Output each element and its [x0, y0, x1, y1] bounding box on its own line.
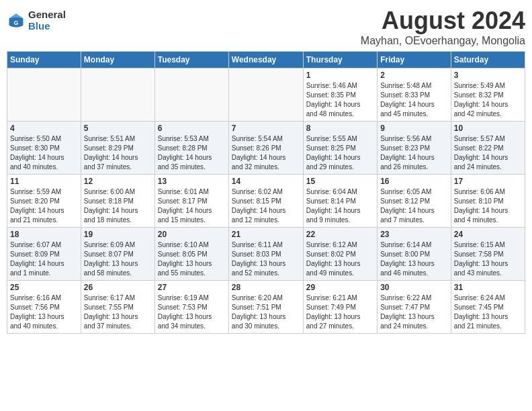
calendar-cell: 15Sunrise: 6:04 AM Sunset: 8:14 PM Dayli…	[303, 175, 377, 228]
day-number: 19	[84, 230, 152, 239]
day-info: Sunrise: 5:57 AM Sunset: 8:22 PM Dayligh…	[454, 134, 522, 172]
day-number: 4	[10, 124, 78, 133]
day-number: 13	[158, 177, 226, 186]
day-number: 15	[306, 177, 374, 186]
calendar-cell: 17Sunrise: 6:06 AM Sunset: 8:10 PM Dayli…	[451, 175, 525, 228]
day-number: 26	[84, 283, 152, 292]
day-number: 25	[10, 283, 78, 292]
calendar-cell: 3Sunrise: 5:49 AM Sunset: 8:32 PM Daylig…	[451, 68, 525, 122]
day-info: Sunrise: 6:12 AM Sunset: 8:02 PM Dayligh…	[306, 240, 374, 278]
calendar-cell: 19Sunrise: 6:09 AM Sunset: 8:07 PM Dayli…	[81, 228, 154, 281]
day-header-friday: Friday	[378, 52, 451, 68]
day-number: 2	[380, 71, 448, 80]
day-header-monday: Monday	[81, 52, 154, 68]
calendar-cell: 10Sunrise: 5:57 AM Sunset: 8:22 PM Dayli…	[451, 122, 525, 175]
calendar-cell	[7, 68, 81, 122]
day-info: Sunrise: 5:55 AM Sunset: 8:25 PM Dayligh…	[306, 134, 374, 172]
day-header-wednesday: Wednesday	[228, 52, 303, 68]
day-info: Sunrise: 6:20 AM Sunset: 7:51 PM Dayligh…	[232, 293, 300, 331]
calendar-cell: 30Sunrise: 6:22 AM Sunset: 7:47 PM Dayli…	[378, 281, 451, 334]
week-row-2: 4Sunrise: 5:50 AM Sunset: 8:30 PM Daylig…	[7, 122, 525, 175]
location-title: Mayhan, OEvoerhangay, Mongolia	[361, 35, 525, 47]
day-number: 27	[158, 283, 226, 292]
calendar-cell: 29Sunrise: 6:21 AM Sunset: 7:49 PM Dayli…	[303, 281, 377, 334]
logo-icon: G	[7, 11, 26, 30]
day-info: Sunrise: 6:19 AM Sunset: 7:53 PM Dayligh…	[158, 293, 226, 331]
logo-text: General Blue	[28, 9, 66, 32]
day-number: 18	[10, 230, 78, 239]
day-info: Sunrise: 6:02 AM Sunset: 8:15 PM Dayligh…	[232, 187, 300, 225]
day-number: 24	[454, 230, 522, 239]
calendar-cell: 11Sunrise: 5:59 AM Sunset: 8:20 PM Dayli…	[7, 175, 81, 228]
day-info: Sunrise: 6:07 AM Sunset: 8:09 PM Dayligh…	[10, 240, 78, 278]
day-number: 5	[84, 124, 152, 133]
day-info: Sunrise: 6:15 AM Sunset: 7:58 PM Dayligh…	[454, 240, 522, 278]
day-number: 10	[454, 124, 522, 133]
day-info: Sunrise: 6:10 AM Sunset: 8:05 PM Dayligh…	[158, 240, 226, 278]
day-number: 12	[84, 177, 152, 186]
calendar-cell	[154, 68, 228, 122]
title-area: August 2024 Mayhan, OEvoerhangay, Mongol…	[361, 7, 525, 47]
day-info: Sunrise: 5:48 AM Sunset: 8:33 PM Dayligh…	[380, 81, 448, 119]
day-number: 30	[380, 283, 448, 292]
calendar-cell: 2Sunrise: 5:48 AM Sunset: 8:33 PM Daylig…	[378, 68, 451, 122]
week-row-4: 18Sunrise: 6:07 AM Sunset: 8:09 PM Dayli…	[7, 228, 525, 281]
calendar-cell: 4Sunrise: 5:50 AM Sunset: 8:30 PM Daylig…	[7, 122, 81, 175]
calendar-cell: 12Sunrise: 6:00 AM Sunset: 8:18 PM Dayli…	[81, 175, 154, 228]
calendar-cell: 16Sunrise: 6:05 AM Sunset: 8:12 PM Dayli…	[378, 175, 451, 228]
day-number: 8	[306, 124, 374, 133]
day-info: Sunrise: 6:04 AM Sunset: 8:14 PM Dayligh…	[306, 187, 374, 225]
calendar-cell: 26Sunrise: 6:17 AM Sunset: 7:55 PM Dayli…	[81, 281, 154, 334]
week-row-3: 11Sunrise: 5:59 AM Sunset: 8:20 PM Dayli…	[7, 175, 525, 228]
day-info: Sunrise: 5:53 AM Sunset: 8:28 PM Dayligh…	[158, 134, 226, 172]
day-number: 3	[454, 71, 522, 80]
calendar-cell: 9Sunrise: 5:56 AM Sunset: 8:23 PM Daylig…	[378, 122, 451, 175]
logo-blue-text: Blue	[28, 21, 66, 32]
logo-general-text: General	[28, 9, 66, 21]
day-info: Sunrise: 5:46 AM Sunset: 8:35 PM Dayligh…	[306, 81, 374, 119]
day-number: 6	[158, 124, 226, 133]
calendar-cell: 14Sunrise: 6:02 AM Sunset: 8:15 PM Dayli…	[228, 175, 303, 228]
day-info: Sunrise: 6:21 AM Sunset: 7:49 PM Dayligh…	[306, 293, 374, 331]
day-number: 23	[380, 230, 448, 239]
calendar-cell: 23Sunrise: 6:14 AM Sunset: 8:00 PM Dayli…	[378, 228, 451, 281]
day-number: 31	[454, 283, 522, 292]
day-info: Sunrise: 6:11 AM Sunset: 8:03 PM Dayligh…	[232, 240, 300, 278]
day-number: 11	[10, 177, 78, 186]
calendar-cell: 20Sunrise: 6:10 AM Sunset: 8:05 PM Dayli…	[154, 228, 228, 281]
day-info: Sunrise: 6:09 AM Sunset: 8:07 PM Dayligh…	[84, 240, 152, 278]
day-number: 21	[232, 230, 300, 239]
calendar-cell: 24Sunrise: 6:15 AM Sunset: 7:58 PM Dayli…	[451, 228, 525, 281]
day-info: Sunrise: 5:59 AM Sunset: 8:20 PM Dayligh…	[10, 187, 78, 225]
day-header-sunday: Sunday	[7, 52, 81, 68]
calendar-cell: 18Sunrise: 6:07 AM Sunset: 8:09 PM Dayli…	[7, 228, 81, 281]
day-info: Sunrise: 5:49 AM Sunset: 8:32 PM Dayligh…	[454, 81, 522, 119]
day-header-thursday: Thursday	[303, 52, 377, 68]
day-info: Sunrise: 5:54 AM Sunset: 8:26 PM Dayligh…	[232, 134, 300, 172]
day-number: 7	[232, 124, 300, 133]
calendar-cell: 13Sunrise: 6:01 AM Sunset: 8:17 PM Dayli…	[154, 175, 228, 228]
logo: G General Blue	[7, 9, 66, 32]
calendar-cell: 6Sunrise: 5:53 AM Sunset: 8:28 PM Daylig…	[154, 122, 228, 175]
day-number: 28	[232, 283, 300, 292]
calendar-table: SundayMondayTuesdayWednesdayThursdayFrid…	[7, 51, 525, 334]
day-number: 22	[306, 230, 374, 239]
calendar-cell: 5Sunrise: 5:51 AM Sunset: 8:29 PM Daylig…	[81, 122, 154, 175]
svg-text:G: G	[14, 19, 19, 26]
calendar-cell: 8Sunrise: 5:55 AM Sunset: 8:25 PM Daylig…	[303, 122, 377, 175]
day-info: Sunrise: 6:24 AM Sunset: 7:45 PM Dayligh…	[454, 293, 522, 331]
day-number: 14	[232, 177, 300, 186]
day-number: 20	[158, 230, 226, 239]
day-info: Sunrise: 5:50 AM Sunset: 8:30 PM Dayligh…	[10, 134, 78, 172]
month-title: August 2024	[361, 7, 525, 35]
calendar-cell: 1Sunrise: 5:46 AM Sunset: 8:35 PM Daylig…	[303, 68, 377, 122]
calendar-cell: 22Sunrise: 6:12 AM Sunset: 8:02 PM Dayli…	[303, 228, 377, 281]
day-info: Sunrise: 6:05 AM Sunset: 8:12 PM Dayligh…	[380, 187, 448, 225]
day-info: Sunrise: 5:56 AM Sunset: 8:23 PM Dayligh…	[380, 134, 448, 172]
calendar-cell: 21Sunrise: 6:11 AM Sunset: 8:03 PM Dayli…	[228, 228, 303, 281]
calendar-cell: 7Sunrise: 5:54 AM Sunset: 8:26 PM Daylig…	[228, 122, 303, 175]
day-info: Sunrise: 6:06 AM Sunset: 8:10 PM Dayligh…	[454, 187, 522, 225]
day-header-saturday: Saturday	[451, 52, 525, 68]
calendar-cell	[228, 68, 303, 122]
calendar-cell: 25Sunrise: 6:16 AM Sunset: 7:56 PM Dayli…	[7, 281, 81, 334]
